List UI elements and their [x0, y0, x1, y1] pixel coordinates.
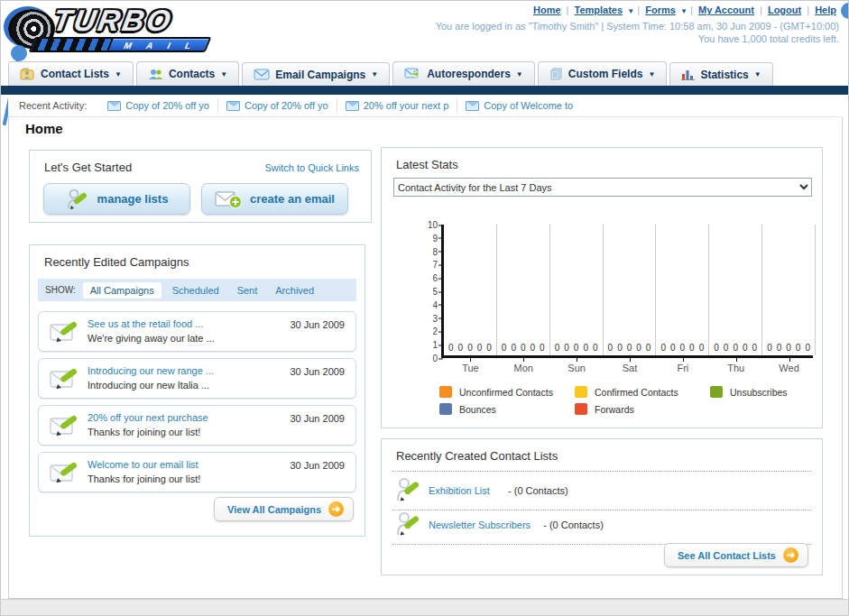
x-axis-label: Tue	[462, 363, 479, 373]
recent-activity-item: Copy of 20% off yo	[218, 98, 337, 113]
stats-period-select[interactable]: Contact Activity for the Last 7 Days	[393, 178, 812, 197]
contacts-icon	[148, 68, 163, 80]
envelope-pencil-icon	[49, 461, 78, 484]
link-separator: |	[564, 5, 572, 15]
chart-day-group: 00000	[656, 225, 709, 355]
legend-swatch	[439, 386, 452, 398]
campaign-title-link[interactable]: Welcome to our email list	[88, 459, 198, 470]
tab-autoresponders[interactable]: Autoresponders▼	[392, 61, 535, 86]
filter-tab-scheduled[interactable]: Scheduled	[165, 282, 226, 299]
view-all-campaigns-label: View All Campaigns	[227, 504, 321, 515]
tab-label: Contact Lists	[41, 68, 109, 80]
tab-email-campaigns[interactable]: Email Campaigns▼	[242, 62, 390, 87]
y-axis-tick-label: 2	[432, 326, 444, 336]
filter-tab-archived[interactable]: Archived	[268, 282, 321, 299]
login-status-text: You are logged in as "Timothy Smith" | S…	[436, 21, 839, 32]
manage-lists-label: manage lists	[97, 192, 169, 206]
header-link-templates[interactable]: Templates	[575, 5, 623, 15]
content-area: Home Let's Get Started Switch to Quick L…	[8, 117, 843, 599]
annotation-dot	[841, 3, 849, 19]
custom-fields-icon	[549, 68, 563, 80]
chart-day-group: 00000	[709, 225, 762, 355]
campaign-title-link[interactable]: Introducing our new range ...	[88, 365, 214, 376]
chevron-down-icon: ▼	[516, 70, 523, 78]
header-link-my-account[interactable]: My Account	[698, 5, 754, 15]
tab-label: Autoresponders	[427, 68, 511, 80]
recent-activity-link[interactable]: Copy of 20% off yo	[125, 100, 209, 111]
footer-bar	[1, 599, 849, 615]
header-link-forms[interactable]: Forms	[645, 5, 676, 15]
autoresponders-icon	[404, 68, 421, 80]
navy-divider-bar	[1, 86, 849, 95]
see-all-contact-lists-button[interactable]: See All Contact Lists ➜	[664, 543, 808, 567]
recent-activity-link[interactable]: 20% off your next p	[364, 100, 449, 111]
campaign-card: Introducing our new range ...Introducing…	[38, 358, 356, 399]
filter-tab-all-campaigns[interactable]: All Campaigns	[83, 282, 161, 299]
x-axis-label: Wed	[779, 363, 798, 373]
chart-legend: Unconfirmed ContactsConfirmed ContactsUn…	[439, 386, 818, 415]
header-links: Home | Templates ▼ | Forms ▼ | My Accoun…	[531, 5, 839, 15]
credits-text: You have 1,000 total credits left.	[698, 33, 839, 44]
chart-day-group: 00000	[550, 225, 604, 355]
header-link-logout[interactable]: Logout	[768, 5, 801, 15]
dotted-divider	[392, 510, 811, 510]
contact-list-link[interactable]: Exhibition List	[429, 485, 490, 496]
x-axis-tick	[470, 358, 471, 362]
campaign-subtitle: Thanks for joining our list!	[88, 473, 200, 484]
link-separator: |	[804, 5, 812, 15]
x-axis-label: Sun	[568, 363, 586, 373]
x-axis-tick	[789, 358, 790, 362]
legend-label: Unconfirmed Contacts	[459, 387, 553, 398]
chevron-down-icon: ▼	[648, 70, 655, 78]
legend-item: Bounces	[439, 403, 575, 415]
person-pencil-icon	[396, 477, 420, 502]
y-axis-tick-label: 3	[432, 313, 444, 323]
get-started-title: Let's Get Started	[44, 161, 132, 174]
dotted-divider	[392, 471, 811, 472]
y-axis-tick-label: 0	[432, 354, 444, 363]
tab-contacts[interactable]: Contacts▼	[136, 61, 239, 86]
tab-statistics[interactable]: Statistics▼	[669, 62, 772, 87]
chevron-down-icon: ▼	[678, 7, 688, 15]
contact-list-item: Exhibition List - (0 Contacts)	[396, 477, 811, 506]
x-axis-label: Thu	[727, 363, 744, 373]
envelope-pencil-icon	[49, 320, 78, 344]
header-link-home[interactable]: Home	[533, 5, 561, 15]
create-email-label: create an email	[250, 192, 335, 206]
zero-value-labels: 00000	[762, 343, 815, 353]
contact-lists-title: Recently Created Contact Lists	[396, 449, 558, 463]
contact-list-link[interactable]: Newsletter Subscribers	[429, 519, 531, 530]
campaign-title-link[interactable]: 20% off your next purchase	[88, 412, 208, 423]
create-an-email-button[interactable]: create an email	[201, 183, 348, 215]
legend-item: Unconfirmed Contacts	[439, 386, 575, 398]
recent-activity-link[interactable]: Copy of Welcome to	[484, 100, 573, 111]
recent-activity-item: Copy of 20% off yo	[99, 98, 218, 113]
contact-list-count: - (0 Contacts)	[508, 485, 568, 496]
manage-lists-button[interactable]: manage lists	[43, 183, 190, 215]
zero-value-labels: 00000	[497, 343, 549, 353]
zero-value-labels: 00000	[709, 343, 761, 353]
tab-contact-lists[interactable]: Contact Lists▼	[8, 61, 134, 86]
recent-activity-link[interactable]: Copy of 20% off yo	[245, 100, 328, 111]
zero-value-labels: 00000	[444, 343, 496, 353]
tab-label: Email Campaigns	[275, 69, 365, 81]
show-label: SHOW:	[45, 285, 76, 295]
envelope-pencil-icon	[49, 414, 78, 437]
chevron-down-icon: ▼	[625, 7, 634, 15]
filter-tab-sent[interactable]: Sent	[230, 282, 265, 299]
switch-to-quick-links-link[interactable]: Switch to Quick Links	[264, 162, 359, 173]
campaign-subtitle: We're giving away our late ...	[88, 333, 215, 344]
tab-label: Statistics	[700, 69, 748, 81]
envelope-icon	[226, 101, 240, 111]
legend-label: Bounces	[459, 404, 496, 415]
header-link-help[interactable]: Help	[815, 5, 836, 15]
campaign-filter-bar: SHOW: All CampaignsScheduledSentArchived	[38, 279, 356, 301]
view-all-campaigns-button[interactable]: View All Campaigns ➜	[214, 497, 354, 521]
zero-value-labels: 00000	[656, 343, 708, 353]
chart-day-group: 00000	[444, 225, 497, 355]
zero-value-labels: 00000	[550, 343, 603, 353]
campaign-title-link[interactable]: See us at the retail food ...	[88, 318, 203, 329]
turbo-email-home-page: { "header": { "logo": { "line1": "TURBO"…	[0, 0, 849, 616]
logo-email-bar: E M A I L	[29, 37, 212, 52]
tab-custom-fields[interactable]: Custom Fields▼	[538, 61, 668, 86]
